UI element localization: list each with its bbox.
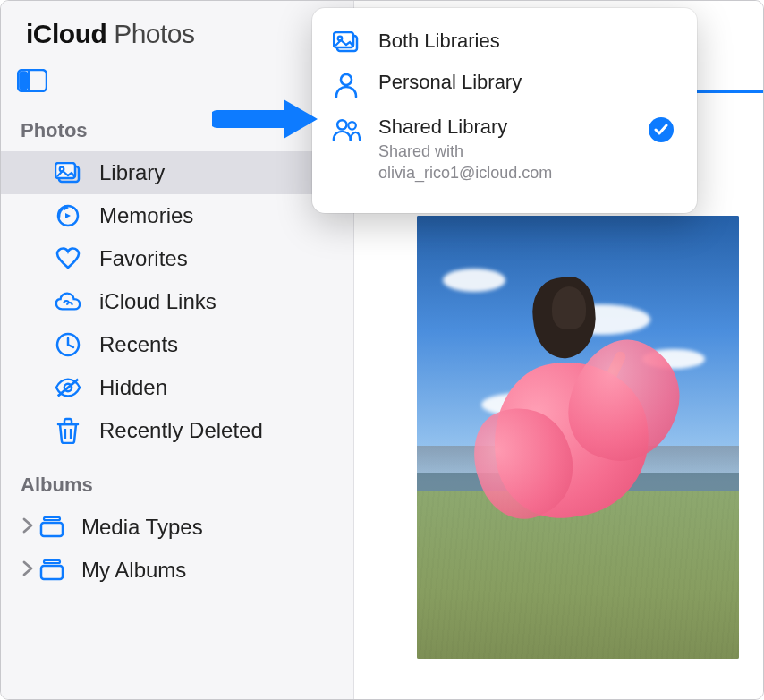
cloud-link-icon bbox=[55, 291, 81, 312]
svg-rect-16 bbox=[44, 560, 60, 563]
svg-point-23 bbox=[348, 122, 355, 129]
person-icon bbox=[332, 71, 361, 98]
library-switcher-dropdown: Both Libraries Personal Library Shared L… bbox=[312, 8, 697, 213]
sidebar-item-hidden[interactable]: Hidden bbox=[1, 366, 353, 409]
sidebar-item-media-types[interactable]: Media Types bbox=[1, 506, 353, 549]
svg-rect-2 bbox=[19, 71, 28, 90]
sidebar-item-my-albums[interactable]: My Albums bbox=[1, 549, 353, 592]
dropdown-item-title: Both Libraries bbox=[378, 30, 674, 53]
sidebar-toggle-icon[interactable] bbox=[17, 80, 47, 95]
svg-point-21 bbox=[341, 74, 352, 85]
dropdown-item-title: Shared Library bbox=[378, 115, 631, 139]
app-window: iCloud Photos Photos Library Memories bbox=[0, 0, 764, 700]
eye-slash-icon bbox=[55, 377, 81, 398]
memories-icon bbox=[55, 203, 81, 228]
dropdown-item-shared-library[interactable]: Shared Library Shared with olivia_rico1@… bbox=[312, 107, 697, 193]
chevron-right-icon bbox=[22, 517, 33, 538]
chevron-right-icon bbox=[22, 560, 33, 581]
photo-thumbnail[interactable] bbox=[417, 216, 739, 659]
annotation-arrow-icon bbox=[212, 94, 319, 144]
library-icon bbox=[332, 30, 361, 53]
album-icon bbox=[38, 516, 65, 538]
svg-rect-15 bbox=[41, 523, 63, 536]
sidebar-item-label: Media Types bbox=[81, 515, 203, 540]
sidebar-item-icloud-links[interactable]: iCloud Links bbox=[1, 280, 353, 323]
library-icon bbox=[55, 162, 81, 184]
brand-text: iCloud Photos bbox=[26, 19, 195, 49]
brand-strong: iCloud bbox=[26, 19, 106, 48]
dropdown-item-both-libraries[interactable]: Both Libraries bbox=[312, 21, 697, 62]
sidebar-item-label: My Albums bbox=[81, 558, 186, 583]
sidebar-item-recents[interactable]: Recents bbox=[1, 323, 353, 366]
dropdown-item-personal-library[interactable]: Personal Library bbox=[312, 62, 697, 107]
brand-thin: Photos bbox=[114, 19, 194, 48]
svg-rect-17 bbox=[41, 566, 63, 579]
dropdown-item-title: Personal Library bbox=[378, 71, 674, 94]
trash-icon bbox=[55, 417, 81, 444]
heart-icon bbox=[55, 247, 81, 270]
svg-marker-8 bbox=[65, 213, 71, 218]
svg-point-22 bbox=[337, 120, 346, 129]
sidebar-item-favorites[interactable]: Favorites bbox=[1, 237, 353, 280]
checkmark-selected-icon bbox=[649, 117, 674, 142]
album-icon bbox=[38, 559, 65, 581]
app-title: iCloud Photos bbox=[1, 10, 353, 65]
sidebar-item-library[interactable]: Library bbox=[1, 151, 353, 194]
section-label-albums: Albums bbox=[1, 465, 353, 506]
svg-rect-14 bbox=[44, 517, 60, 520]
sidebar-item-memories[interactable]: Memories bbox=[1, 194, 353, 237]
sidebar-item-label: Recently Deleted bbox=[55, 418, 263, 443]
svg-marker-25 bbox=[284, 99, 318, 139]
dropdown-item-subtitle: Shared with olivia_rico1@icloud.com bbox=[378, 141, 631, 184]
people-icon bbox=[332, 115, 361, 142]
sidebar-item-recently-deleted[interactable]: Recently Deleted bbox=[1, 409, 353, 452]
clock-icon bbox=[55, 332, 81, 357]
